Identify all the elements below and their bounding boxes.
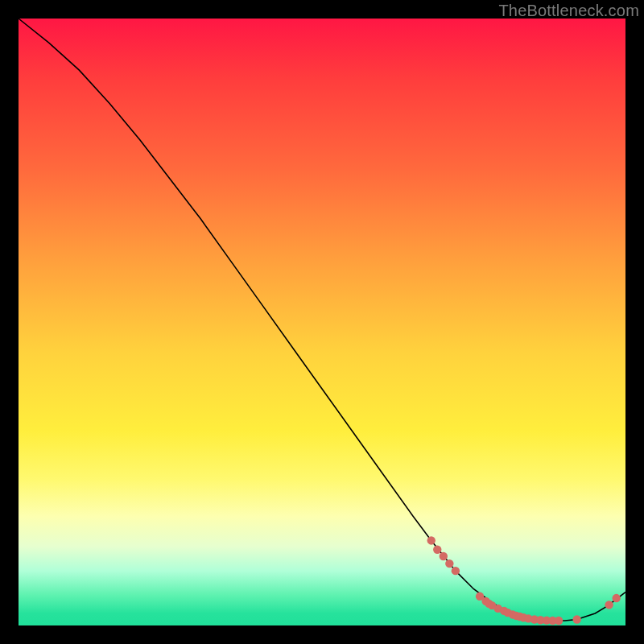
data-point [427,536,436,544]
marker-dots [427,536,621,625]
data-point [433,546,441,554]
bottleneck-curve [19,19,625,621]
data-point [572,615,580,623]
watermark-text: TheBottleneck.com [498,2,639,20]
data-point [440,552,448,560]
data-point [445,559,453,568]
plot-area [19,19,625,625]
data-point [452,567,460,575]
data-point [555,617,563,625]
data-point [612,594,620,602]
data-point [605,601,613,609]
chart-stage: TheBottleneck.com [0,0,644,644]
chart-svg [19,19,625,625]
